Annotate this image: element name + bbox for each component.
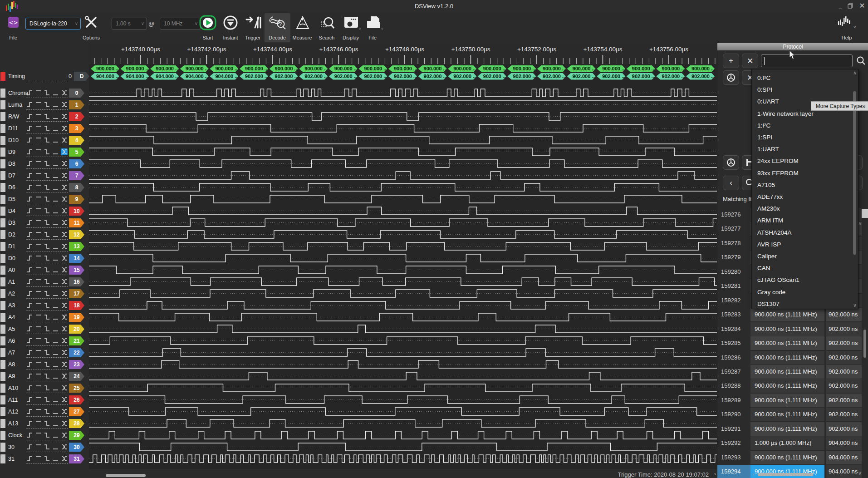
file-icon[interactable]: <> [7, 16, 20, 29]
high-level-icon[interactable] [35, 255, 42, 261]
falling-edge-icon[interactable] [44, 255, 50, 261]
falling-edge-icon[interactable] [44, 196, 50, 202]
channel-number-badge[interactable]: 26 [69, 395, 84, 404]
high-level-icon[interactable] [35, 125, 42, 132]
options-icon[interactable] [84, 15, 98, 30]
restore-button[interactable] [846, 2, 854, 10]
decoder-option[interactable]: ARM ITM [752, 215, 848, 227]
high-level-icon[interactable] [35, 266, 42, 273]
rising-edge-icon[interactable] [26, 290, 33, 297]
falling-edge-icon[interactable] [44, 148, 50, 155]
table-scroll-left-icon[interactable]: ‹ [752, 471, 754, 478]
high-level-icon[interactable] [35, 219, 42, 226]
high-level-icon[interactable] [35, 302, 42, 309]
rising-edge-icon[interactable] [26, 396, 33, 403]
channel-color-swatch[interactable] [0, 301, 5, 310]
high-level-icon[interactable] [35, 172, 42, 179]
matching-item-row[interactable]: 159291900.000 ns (1.111 MHz)902.000 ns [717, 422, 868, 436]
decode-icon[interactable]: ? [269, 15, 286, 30]
channel-number-badge[interactable]: 3 [69, 124, 84, 133]
low-level-icon[interactable] [52, 137, 59, 143]
low-level-icon[interactable] [52, 231, 59, 238]
falling-edge-icon[interactable] [44, 361, 50, 368]
high-level-icon[interactable] [35, 455, 42, 462]
falling-edge-icon[interactable] [44, 243, 50, 250]
prev-match-button[interactable]: ‹ [723, 176, 739, 190]
channel-color-swatch[interactable] [0, 266, 5, 275]
high-level-icon[interactable] [35, 420, 42, 427]
options-button-label[interactable]: Options [83, 35, 100, 40]
device-select[interactable]: DSLogic-la-220 ∨ [25, 18, 81, 30]
help-icon[interactable]: ⌄ [837, 15, 857, 30]
rising-edge-icon[interactable] [26, 207, 33, 214]
low-level-icon[interactable] [52, 455, 59, 462]
start-button-label[interactable]: Start [202, 35, 213, 40]
rising-edge-icon[interactable] [26, 408, 33, 415]
help-button-label[interactable]: Help [842, 35, 852, 40]
decoder-option[interactable]: A7105 [752, 179, 848, 191]
falling-edge-icon[interactable] [44, 207, 50, 214]
channel-number-badge[interactable]: 7 [69, 171, 84, 180]
low-level-icon[interactable] [52, 396, 59, 403]
falling-edge-icon[interactable] [44, 420, 50, 427]
low-level-icon[interactable] [52, 349, 59, 356]
channel-number-badge[interactable]: 14 [69, 254, 84, 263]
rising-edge-icon[interactable] [26, 137, 33, 143]
horizontal-scrollbar-thumb[interactable] [106, 474, 146, 477]
low-level-icon[interactable] [52, 302, 59, 309]
rising-edge-icon[interactable] [26, 196, 33, 202]
any-edge-icon[interactable] [61, 207, 68, 214]
rising-edge-icon[interactable] [26, 349, 33, 356]
channel-color-swatch[interactable] [0, 384, 5, 393]
channel-row-31[interactable]: 3131 [0, 453, 89, 465]
low-level-icon[interactable] [52, 255, 59, 261]
decoder-option[interactable]: DS1307 [752, 298, 848, 310]
file-menu-button-label[interactable]: File [368, 35, 377, 40]
channel-row-a1[interactable]: A116 [0, 276, 89, 288]
falling-edge-icon[interactable] [44, 314, 50, 320]
falling-edge-icon[interactable] [44, 337, 50, 344]
falling-edge-icon[interactable] [44, 444, 50, 450]
channel-number-badge[interactable]: 29 [69, 431, 84, 440]
dropdown-scroll-up-icon[interactable]: ∧ [853, 70, 857, 76]
channel-number-badge[interactable]: 27 [69, 407, 84, 416]
any-edge-icon[interactable] [61, 384, 68, 391]
high-level-icon[interactable] [35, 408, 42, 415]
nav-current-button[interactable] [723, 155, 739, 170]
any-edge-icon[interactable] [61, 290, 68, 297]
high-level-icon[interactable] [35, 207, 42, 214]
high-level-icon[interactable] [35, 337, 42, 344]
matching-item-row[interactable]: 159284900.000 ns (1.111 MHz)902.000 ns [717, 322, 868, 336]
table-vscrollbar-thumb[interactable] [863, 330, 866, 358]
low-level-icon[interactable] [52, 172, 59, 179]
any-edge-icon[interactable] [61, 444, 68, 450]
channel-color-swatch[interactable] [0, 336, 5, 345]
any-edge-icon[interactable] [61, 278, 68, 285]
add-decoder-button[interactable]: + [723, 54, 739, 68]
any-edge-icon[interactable] [61, 361, 68, 368]
channel-number-badge[interactable]: 12 [69, 230, 84, 239]
low-level-icon[interactable] [52, 243, 59, 250]
channel-number-badge[interactable]: 11 [69, 218, 84, 227]
low-level-icon[interactable] [52, 266, 59, 273]
rising-edge-icon[interactable] [26, 266, 33, 273]
rising-edge-icon[interactable] [26, 373, 33, 379]
high-level-icon[interactable] [35, 148, 42, 155]
decoder-option[interactable]: Gray code [752, 286, 848, 298]
falling-edge-icon[interactable] [44, 325, 50, 332]
decoder-option[interactable]: cJTAG OScan1 [752, 274, 848, 286]
rising-edge-icon[interactable] [26, 148, 33, 155]
duration-select[interactable]: 1.00 s ∨ [112, 18, 147, 30]
channel-color-swatch[interactable] [0, 148, 5, 157]
channel-number-badge[interactable]: 10 [69, 207, 84, 216]
rising-edge-icon[interactable] [26, 455, 33, 462]
measure-button-label[interactable]: Measure [293, 35, 312, 40]
low-level-icon[interactable] [52, 408, 59, 415]
table-scroll-down-icon[interactable]: ∨ [858, 470, 862, 476]
channel-row-a13[interactable]: A1328 [0, 418, 89, 429]
any-edge-icon[interactable] [61, 184, 68, 191]
any-edge-icon[interactable] [61, 266, 68, 273]
any-edge-icon[interactable] [61, 455, 68, 462]
any-edge-icon[interactable] [61, 196, 68, 202]
any-edge-icon[interactable] [61, 101, 68, 108]
